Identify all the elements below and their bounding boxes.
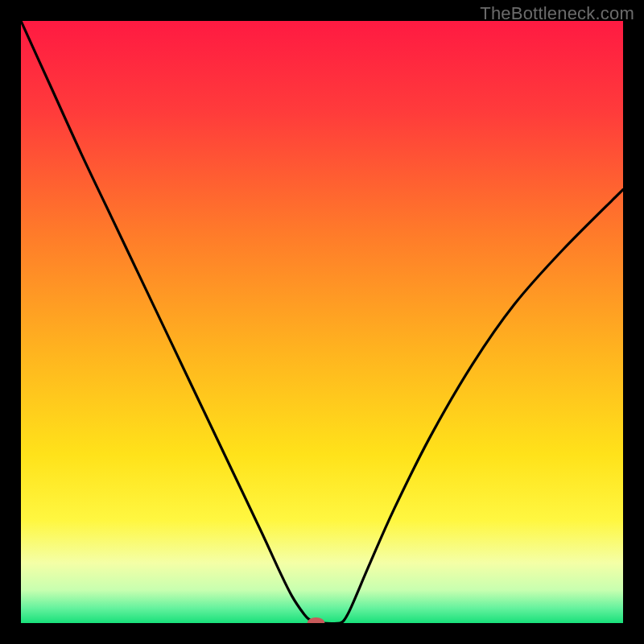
bottleneck-chart [21, 21, 623, 623]
chart-frame: TheBottleneck.com [0, 0, 644, 644]
gradient-background [21, 21, 623, 623]
plot-area [21, 21, 623, 623]
